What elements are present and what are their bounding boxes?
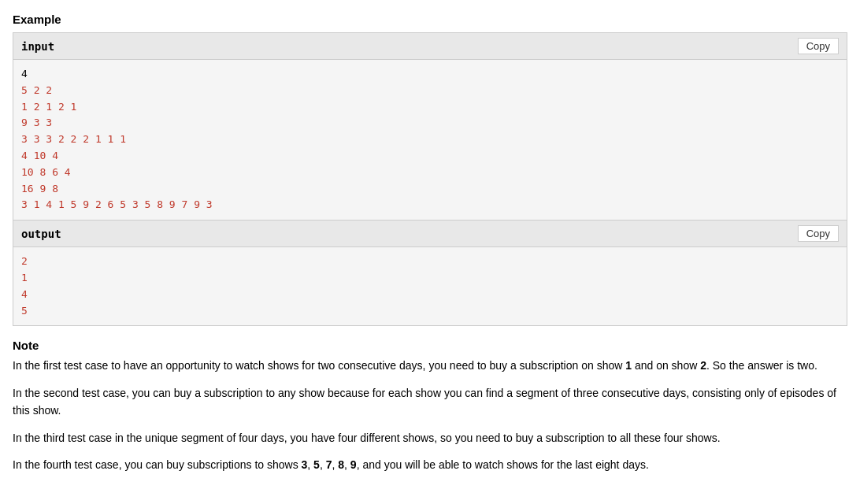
- input-line-6: 10 8 6 4: [21, 165, 839, 181]
- output-block: output Copy 2 1 4 5: [13, 220, 847, 326]
- input-line-3: 9 3 3: [21, 115, 839, 132]
- note-paragraph-2: In the second test case, you can buy a s…: [13, 384, 847, 420]
- input-header: input Copy: [13, 33, 847, 60]
- input-content: 4 5 2 2 1 2 1 2 1 9 3 3 3 3 3 2 2 2 1 1 …: [13, 60, 847, 220]
- note-paragraph-4: In the fourth test case, you can buy sub…: [13, 456, 847, 473]
- note-section: Note In the first test case to have an o…: [13, 339, 847, 473]
- note-bold-6: 8: [338, 458, 344, 471]
- note-bold-4: 5: [313, 458, 320, 471]
- input-line-0: 4: [21, 66, 839, 83]
- note-title: Note: [13, 339, 847, 352]
- input-line-4: 3 3 3 2 2 2 1 1 1: [21, 132, 839, 148]
- note-bold-1: 1: [625, 359, 632, 372]
- input-line-5: 4 10 4: [21, 148, 839, 165]
- output-copy-button[interactable]: Copy: [798, 225, 839, 242]
- output-label: output: [21, 228, 61, 240]
- output-content: 2 1 4 5: [13, 247, 847, 325]
- note-bold-5: 7: [326, 458, 332, 471]
- input-line-7: 16 9 8: [21, 181, 839, 198]
- example-title: Example: [13, 13, 847, 26]
- output-line-0: 2: [21, 254, 839, 270]
- input-line-2: 1 2 1 2 1: [21, 99, 839, 116]
- note-bold-3: 3: [302, 458, 308, 471]
- input-label: input: [21, 40, 54, 53]
- output-line-1: 1: [21, 270, 839, 287]
- note-paragraph-3: In the third test case in the unique seg…: [13, 429, 847, 447]
- note-paragraph-1: In the first test case to have an opport…: [13, 357, 847, 374]
- example-section: Example input Copy 4 5 2 2 1 2 1 2 1 9 3…: [13, 13, 847, 326]
- output-line-3: 5: [21, 303, 839, 320]
- output-header: output Copy: [13, 220, 847, 247]
- note-bold-7: 9: [350, 458, 357, 471]
- output-line-2: 4: [21, 287, 839, 303]
- input-copy-button[interactable]: Copy: [798, 38, 839, 54]
- input-line-8: 3 1 4 1 5 9 2 6 5 3 5 8 9 7 9 3: [21, 197, 839, 213]
- note-bold-2: 2: [700, 359, 706, 372]
- input-block: input Copy 4 5 2 2 1 2 1 2 1 9 3 3 3 3 3…: [13, 32, 847, 220]
- input-line-1: 5 2 2: [21, 83, 839, 99]
